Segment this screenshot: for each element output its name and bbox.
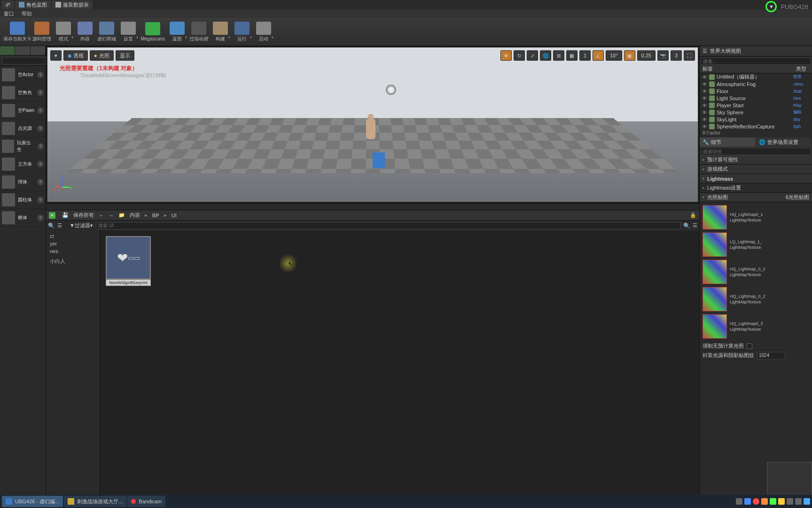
nav-back[interactable]: ← [99, 213, 104, 218]
tree-item[interactable]: 小白人 [48, 257, 98, 266]
tab-datatable[interactable]: 服装数据表 [52, 0, 93, 9]
cat-lightmass-settings[interactable]: ▸Lightmass设置 [700, 183, 812, 193]
vp-menu-button[interactable]: ▾ [50, 50, 62, 61]
tool-运行[interactable]: 运行▾ [231, 19, 253, 45]
lightmap-item[interactable]: HQ_Lightmap0_1LightMapTexture [703, 205, 809, 230]
crumb-ui[interactable]: UI [172, 213, 177, 218]
vp-world-button[interactable]: 🌐 [540, 50, 551, 61]
crumb-bp[interactable]: BP [152, 213, 159, 218]
vp-camera-button[interactable]: 📷 [657, 50, 669, 61]
menu-help[interactable]: 帮助 [22, 10, 32, 17]
lightmap-header[interactable]: ▾光照贴图6光照贴图 [700, 193, 812, 202]
vp-scale-button[interactable]: ⤢ [527, 50, 538, 61]
actor-锥体[interactable]: 锥体? [0, 209, 46, 227]
filter-dd[interactable]: ▼过滤器▾ [70, 222, 93, 229]
content-tree[interactable]: ctyernes小白人 [46, 230, 100, 508]
tree-item[interactable]: ct [48, 232, 98, 240]
task-ue4[interactable]: UBG426 - 虚幻编... [2, 496, 63, 507]
tool-源码管理[interactable]: 源码管理 [31, 19, 53, 45]
tool-保存当前关卡[interactable]: 保存当前关卡 [4, 19, 31, 45]
vp-snap-val[interactable]: 3 [671, 50, 682, 61]
tool-启动[interactable]: 启动▾ [253, 19, 274, 45]
actor-球体[interactable]: 球体? [0, 173, 46, 191]
actor-空Actor[interactable]: 空Actor? [0, 66, 46, 84]
lightmap-item[interactable]: HQ_Lightmap_0_2LightMapTexture [703, 287, 809, 311]
tool-蓝图[interactable]: 蓝图▾ [166, 19, 188, 45]
details-search-input[interactable] [701, 148, 811, 155]
source-control-badge[interactable]: ▼ PUBG426 [765, 1, 808, 12]
vp-scale-snap-icon[interactable]: ▣ [624, 50, 635, 61]
lightmap-item[interactable]: HQ_Lightmap_0_2LightMapTexture [703, 260, 809, 284]
outliner-row[interactable]: 👁FloorStati [700, 87, 812, 95]
asset-name-input[interactable]: NewWidgetBlueprint [106, 279, 151, 286]
tree-item[interactable]: nes [48, 247, 98, 255]
outliner-row[interactable]: 👁Light SourceDire [700, 95, 812, 102]
vp-translate-button[interactable]: ✥ [500, 50, 512, 61]
outliner-row[interactable]: 👁SkyLightSky [700, 116, 812, 123]
outliner-search-input[interactable] [701, 57, 811, 65]
mode-strip[interactable] [0, 46, 46, 56]
cat-gamemode[interactable]: ▸游戏模式 [700, 165, 812, 174]
vp-grid-val[interactable]: 1 [579, 50, 591, 61]
vp-grid-button[interactable]: ▦ [566, 50, 578, 61]
outliner-row[interactable]: 👁Player StartPlay [700, 102, 812, 109]
content-grid[interactable]: ❤▭▭ NewWidgetBlueprint ↖ 1项（1被选中） 👁 视图选项… [100, 230, 699, 508]
actor-玩家出生[interactable]: 玩家出生? [0, 137, 46, 155]
outliner-row[interactable]: 👁Sky Sphere编辑 [700, 109, 812, 116]
lock-icon[interactable]: 🔒 [690, 212, 696, 218]
level-viewport[interactable]: ▾ ◆透视 ●光照 显示 ✥ ↻ ⤢ 🌐 ⊞ ▦ 1 ∠ 10° ▣ 0.25 … [47, 47, 698, 202]
search-icon[interactable]: 🔍 [48, 222, 55, 229]
tool-构建[interactable]: 构建▾ [210, 19, 231, 45]
atlas-size-input[interactable] [757, 352, 785, 359]
content-search-input[interactable] [96, 222, 680, 230]
actor-立方体[interactable]: 立方体? [0, 155, 46, 173]
lightmap-item[interactable]: HQ_Lightmap0_3LightMapTexture [703, 314, 809, 339]
actor-点光源[interactable]: 点光源? [0, 119, 46, 137]
task-bandicam[interactable]: Bandicam [127, 496, 165, 507]
save-all-button[interactable]: 保存所有 [73, 212, 94, 219]
checkbox[interactable] [747, 343, 752, 349]
outliner-list[interactable]: 👁Untitled（编辑器）世界👁Atmospheric FogAtmo👁Flo… [700, 73, 812, 130]
vp-angle-val[interactable]: 10° [606, 50, 622, 61]
vp-perspective-button[interactable]: ◆透视 [63, 50, 88, 61]
tool-虚幻商城[interactable]: 虚幻商城 [96, 19, 117, 45]
tool-过场动画[interactable]: 过场动画▾ [188, 19, 210, 45]
tab-details[interactable]: 🔧细节 [700, 137, 756, 147]
options-icon[interactable]: ☰ [693, 222, 697, 229]
search-icon[interactable]: 🔍 [683, 222, 690, 229]
actor-圆柱体[interactable]: 圆柱体? [0, 191, 46, 209]
tab-world-settings[interactable]: 🌐世界场景设置 [756, 137, 812, 147]
outliner-row[interactable]: 👁Untitled（编辑器）世界 [700, 73, 812, 80]
vp-lit-button[interactable]: ●光照 [90, 50, 114, 61]
player-pawn[interactable] [366, 119, 375, 139]
tool-设置[interactable]: 设置▾ [117, 19, 139, 45]
blue-mesh[interactable] [373, 152, 385, 168]
vp-rotate-button[interactable]: ↻ [514, 50, 525, 61]
vp-scale-val[interactable]: 0.25 [637, 50, 656, 61]
tool-Megascans[interactable]: Megascans [139, 19, 166, 45]
add-new-button[interactable]: + [49, 212, 55, 219]
menu-window[interactable]: 窗口 [4, 10, 14, 17]
vp-maximize-button[interactable]: ⛶ [684, 50, 695, 61]
outliner-header[interactable]: ☰世界大纲视图 [700, 46, 812, 56]
cat-lightmass[interactable]: ▾Lightmass [700, 174, 812, 183]
lightmap-item[interactable]: LQ_Lightmap_1_LightMapTexture [703, 232, 809, 257]
nav-forward[interactable]: → [109, 213, 114, 218]
folder-icon[interactable]: 📁 [118, 212, 125, 218]
crumb-content[interactable]: 内容 [130, 212, 140, 219]
actor-空角色[interactable]: 空角色? [0, 84, 46, 102]
list-view-icon[interactable]: ☰ [57, 222, 62, 229]
vp-surface-button[interactable]: ⊞ [553, 50, 564, 61]
tab-character-bp[interactable]: 角色蓝图 [15, 0, 51, 9]
system-tray[interactable] [736, 498, 810, 505]
vp-angle-snap-icon[interactable]: ∠ [593, 50, 604, 61]
task-pubg[interactable]: 刺激战场游戏大厅... [64, 496, 126, 507]
outliner-row[interactable]: 👁SphereReflectionCaptureSph [700, 123, 812, 130]
actor-空Pawn[interactable]: 空Pawn? [0, 102, 46, 119]
tool-内容[interactable]: 内容 [74, 19, 96, 45]
tree-item[interactable]: yer [48, 240, 98, 247]
asset-widget-bp[interactable]: ❤▭▭ NewWidgetBlueprint [106, 236, 151, 286]
outliner-row[interactable]: 👁Atmospheric FogAtmo [700, 80, 812, 87]
cat-vis[interactable]: ▸预计算可视性 [700, 155, 812, 165]
vp-show-button[interactable]: 显示 [116, 50, 134, 61]
